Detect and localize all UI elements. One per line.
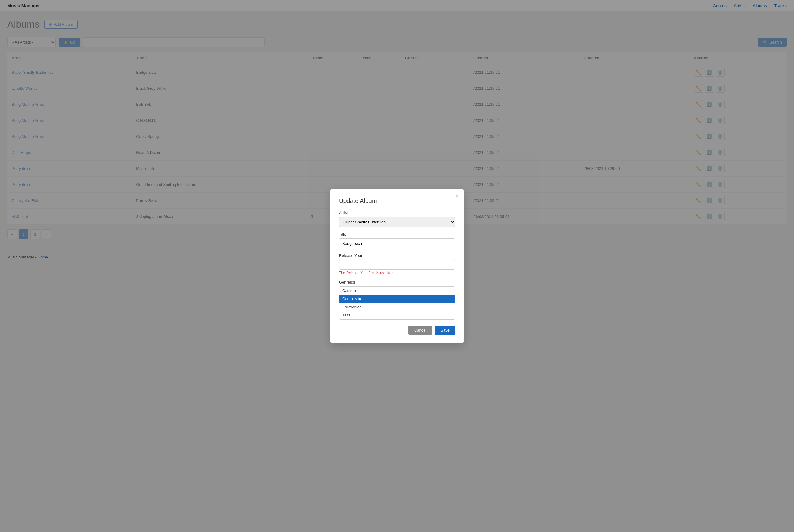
modal-title: Update Album [339, 197, 455, 204]
modal-close-button[interactable]: × [455, 194, 459, 199]
artist-form-group: Artist Super Smelly Butterflies [339, 210, 455, 227]
modal-overlay: Update Album × Artist Super Smelly Butte… [0, 0, 794, 263]
update-album-modal: Update Album × Artist Super Smelly Butte… [330, 189, 464, 263]
artist-label: Artist [339, 210, 455, 215]
release-year-form-group: Release Year The Release Year field is r… [339, 253, 455, 263]
title-input[interactable] [339, 239, 455, 248]
title-label: Title [339, 232, 455, 237]
release-year-label: Release Year [339, 253, 455, 258]
title-form-group: Title [339, 232, 455, 248]
artist-select-field[interactable]: Super Smelly Butterflies [339, 217, 455, 227]
release-year-input[interactable] [339, 260, 455, 263]
